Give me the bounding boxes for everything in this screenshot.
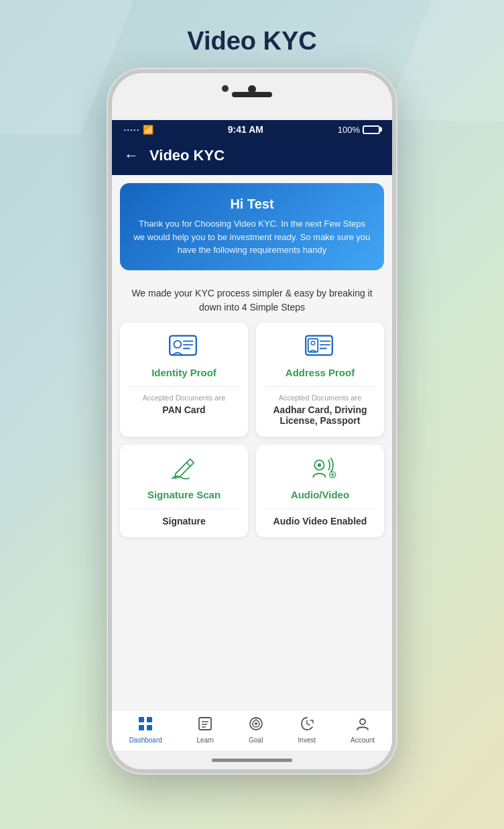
address-accepted-label: Accepted Documents are bbox=[279, 394, 362, 402]
kyc-cards-grid: Identity Proof Accepted Documents are PA… bbox=[112, 323, 392, 545]
speaker bbox=[232, 92, 272, 97]
audio-video-icon bbox=[304, 455, 336, 482]
welcome-message: Thank you for Choosing Video KYC. In the… bbox=[132, 217, 372, 257]
svg-line-11 bbox=[186, 462, 190, 465]
signal-dots: ••••• bbox=[124, 127, 140, 133]
card-divider-2 bbox=[264, 386, 376, 387]
battery-percent: 100% bbox=[338, 125, 360, 135]
signature-scan-card[interactable]: Signature Scan Signature bbox=[120, 445, 248, 537]
address-proof-icon bbox=[304, 333, 336, 360]
address-documents: Aadhar Card, Driving License, Passport bbox=[264, 404, 376, 426]
status-left: ••••• 📶 bbox=[124, 125, 153, 135]
identity-proof-icon bbox=[168, 333, 200, 360]
screen-content: Hi Test Thank you for Choosing Video KYC… bbox=[112, 175, 392, 710]
page-title: Video KYC bbox=[187, 27, 317, 56]
svg-rect-20 bbox=[147, 725, 152, 730]
svg-point-1 bbox=[174, 340, 181, 347]
welcome-greeting: Hi Test bbox=[132, 197, 372, 212]
identity-proof-title: Identity Proof bbox=[151, 367, 216, 378]
signature-scan-title: Signature Scan bbox=[147, 489, 220, 500]
battery-bar bbox=[363, 125, 380, 134]
nav-account-label: Account bbox=[351, 736, 375, 744]
nav-account[interactable]: Account bbox=[351, 716, 375, 744]
nav-learn[interactable]: Learn bbox=[197, 716, 214, 744]
phone-top-bezel bbox=[112, 73, 392, 120]
svg-point-10 bbox=[311, 341, 314, 344]
goal-icon bbox=[249, 716, 263, 734]
learn-icon bbox=[198, 716, 212, 734]
dashboard-icon bbox=[138, 716, 153, 734]
bottom-nav: Dashboard Learn bbox=[112, 710, 392, 751]
phone-bottom-bezel bbox=[112, 751, 392, 769]
identity-documents: PAN Card bbox=[162, 404, 205, 415]
svg-point-27 bbox=[255, 722, 257, 725]
card-divider-1 bbox=[128, 386, 240, 387]
nav-dashboard[interactable]: Dashboard bbox=[129, 716, 162, 744]
welcome-banner: Hi Test Thank you for Choosing Video KYC… bbox=[120, 183, 384, 270]
nav-goal-label: Goal bbox=[249, 736, 263, 744]
app-header: ← Video KYC bbox=[112, 139, 392, 175]
svg-point-29 bbox=[360, 719, 365, 724]
audio-video-title: Audio/Video bbox=[291, 489, 349, 500]
front-camera bbox=[222, 85, 229, 92]
signature-documents: Signature bbox=[162, 516, 206, 527]
svg-rect-21 bbox=[199, 718, 211, 730]
svg-rect-17 bbox=[139, 717, 144, 722]
header-title: Video KYC bbox=[149, 147, 225, 164]
status-right: 100% bbox=[338, 125, 380, 135]
home-indicator bbox=[212, 759, 292, 762]
nav-goal[interactable]: Goal bbox=[249, 716, 263, 744]
invest-icon bbox=[300, 716, 314, 734]
svg-point-13 bbox=[317, 463, 320, 466]
bg-shape-right bbox=[383, 0, 504, 121]
status-time: 9:41 AM bbox=[228, 124, 263, 135]
nav-invest-label: Invest bbox=[298, 736, 316, 744]
audio-video-documents: Audio Video Enabled bbox=[273, 516, 367, 527]
card-divider-3 bbox=[128, 508, 240, 509]
phone-screen: ••••• 📶 9:41 AM 100% ← Video KYC Hi Test… bbox=[112, 120, 392, 751]
card-divider-4 bbox=[264, 508, 376, 509]
audio-video-card[interactable]: Audio/Video Audio Video Enabled bbox=[256, 445, 384, 537]
signature-scan-icon bbox=[168, 455, 200, 482]
identity-accepted-label: Accepted Documents are bbox=[143, 394, 226, 402]
address-proof-card[interactable]: Address Proof Accepted Documents are Aad… bbox=[256, 323, 384, 437]
phone-frame: ••••• 📶 9:41 AM 100% ← Video KYC Hi Test… bbox=[108, 69, 396, 773]
side-btn-power bbox=[395, 214, 396, 274]
side-btn-volume bbox=[108, 241, 109, 288]
nav-invest[interactable]: Invest bbox=[298, 716, 316, 744]
wifi-icon: 📶 bbox=[143, 125, 153, 135]
steps-description: We made your KYC process simpler & easy … bbox=[112, 278, 392, 323]
side-btn-mute bbox=[108, 194, 109, 227]
account-icon bbox=[355, 716, 370, 734]
nav-dashboard-label: Dashboard bbox=[129, 736, 162, 744]
svg-rect-18 bbox=[147, 717, 152, 722]
back-button[interactable]: ← bbox=[124, 147, 139, 164]
address-proof-title: Address Proof bbox=[286, 367, 355, 378]
status-bar: ••••• 📶 9:41 AM 100% bbox=[112, 120, 392, 139]
svg-rect-19 bbox=[139, 725, 144, 730]
nav-learn-label: Learn bbox=[197, 736, 214, 744]
identity-proof-card[interactable]: Identity Proof Accepted Documents are PA… bbox=[120, 323, 248, 437]
